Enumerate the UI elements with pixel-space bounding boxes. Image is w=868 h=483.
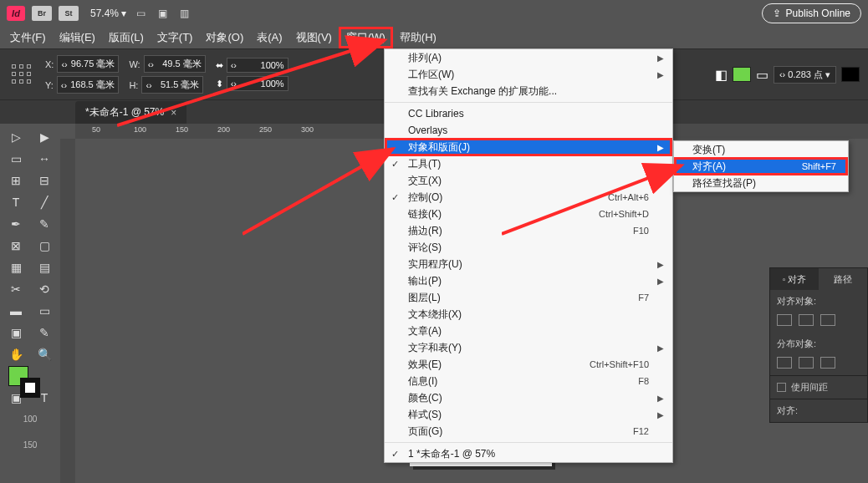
bridge-icon[interactable]: Br [32,6,52,21]
page-tool-icon[interactable]: ▭ [3,149,28,169]
toolbox: ▷ ▶ ▭ ↔ ⊞ ⊟ T ╱ ✒ ✎ ⊠ ▢ ▦ ▤ ✂ ⟲ ▬ ▭ ▣ ✎ … [0,124,60,483]
rectangle-frame-tool-icon[interactable]: ⊠ [3,236,28,256]
stroke-swatch[interactable] [841,67,860,82]
hand-tool-icon[interactable]: ✋ [3,344,28,364]
zoom-tool-icon[interactable]: 🔍 [32,344,57,364]
app-logo-icon: Id [7,6,25,21]
content-placer-icon[interactable]: ⊟ [32,170,57,191]
align-panel-tab-pathfinder[interactable]: 路径 [819,268,867,290]
menuitem-workspace[interactable]: 工作区(W)▶ [385,66,672,83]
align-objects-label: 对齐对象: [770,290,867,313]
free-transform-tool-icon[interactable]: ⟲ [32,279,57,299]
align-to-label: 对齐: [777,404,798,417]
menu-view[interactable]: 视图(V) [289,27,339,48]
menu-edit[interactable]: 编辑(E) [53,27,102,48]
menuitem-links[interactable]: 链接(K)Ctrl+Shift+D [385,206,672,222]
rectangle-tool-icon[interactable]: ▢ [32,236,57,256]
menu-object[interactable]: 对象(O) [199,27,250,48]
w-label: W: [129,59,140,69]
polygon-frame-tool-icon[interactable]: ▦ [3,257,28,277]
y-field[interactable]: ‹›168.5 毫米 [57,76,119,94]
menu-help[interactable]: 帮助(H) [393,27,443,48]
stroke-weight-field[interactable]: ‹› 0.283 点 ▾ [774,66,836,84]
line-tool-icon[interactable]: ╱ [32,192,57,212]
object-layout-submenu: 变换(T) 对齐(A)Shift+F7 路径查找器(P) [673,140,849,192]
eyedropper-tool-icon[interactable]: ✎ [32,323,57,343]
menuitem-utilities[interactable]: 实用程序(U)▶ [385,256,672,272]
fill-stroke-swatch[interactable] [3,366,57,401]
submenu-pathfinder[interactable]: 路径查找器(P) [674,175,848,191]
note-tool-icon[interactable]: ▣ [3,323,28,343]
view-options-icon[interactable]: ▭ [133,6,148,21]
menu-layout[interactable]: 版面(L) [102,27,151,48]
menu-table[interactable]: 表(A) [250,27,288,48]
menuitem-document-1[interactable]: ✓1 *未命名-1 @ 57% [385,445,672,462]
align-right-icon[interactable] [820,314,835,326]
menu-bar: 文件(F) 编辑(E) 版面(L) 文字(T) 对象(O) 表(A) 视图(V)… [0,27,868,48]
menu-window[interactable]: 窗口(W) [339,27,393,48]
scale-x-field[interactable]: ‹›100% [227,58,288,73]
stroke-style-icon[interactable]: ▭ [756,67,768,83]
distribute-top-icon[interactable] [777,357,792,369]
stock-icon[interactable]: St [59,6,79,21]
menuitem-styles[interactable]: 样式(S)▶ [385,406,672,423]
scissors-tool-icon[interactable]: ✂ [3,279,28,299]
reference-point[interactable] [8,63,35,86]
menuitem-color[interactable]: 颜色(C)▶ [385,389,672,406]
publish-online-button[interactable]: ⇪ Publish Online [762,3,861,23]
align-panel-tab-align[interactable]: ◦对齐 [770,268,819,290]
menuitem-effects[interactable]: 效果(E)Ctrl+Shift+F10 [385,356,672,373]
menu-type[interactable]: 文字(T) [151,27,200,48]
pencil-tool-icon[interactable]: ✎ [32,214,57,234]
use-spacing-checkbox[interactable] [777,383,786,392]
screen-mode-icon[interactable]: ▣ [155,6,170,21]
menuitem-exchange[interactable]: 查找有关 Exchange 的扩展功能... [385,83,672,99]
vertical-ruler-labels: 100 150 [3,409,57,430]
ellipse-tool-icon[interactable]: ▤ [32,257,57,277]
distribute-bottom-icon[interactable] [820,357,835,369]
w-field[interactable]: ‹›49.5 毫米 [144,55,206,73]
menuitem-arrange[interactable]: 排列(A)▶ [385,49,672,66]
direct-selection-tool-icon[interactable]: ▶ [32,127,57,147]
menuitem-control[interactable]: ✓控制(O)Ctrl+Alt+6 [385,189,672,206]
align-hcenter-icon[interactable] [799,314,814,326]
zoom-level[interactable]: 57.4% ▾ [90,8,126,19]
scale-y-field[interactable]: ‹›100% [227,76,288,91]
submenu-transform[interactable]: 变换(T) [674,141,848,158]
gap-tool-icon[interactable]: ↔ [32,149,57,169]
submenu-align[interactable]: 对齐(A)Shift+F7 [674,158,848,175]
distribute-objects-label: 分布对象: [770,333,867,355]
menuitem-article[interactable]: 文章(A) [385,323,672,339]
content-collector-icon[interactable]: ⊞ [3,170,28,191]
menuitem-info[interactable]: 信息(I)F8 [385,373,672,389]
menuitem-pages[interactable]: 页面(G)F12 [385,423,672,440]
menu-file[interactable]: 文件(F) [3,27,53,48]
selection-tool-icon[interactable]: ▷ [3,127,28,147]
menuitem-interactive[interactable]: 交互(X)▶ [385,172,672,189]
menuitem-type-and-table[interactable]: 文字和表(Y)▶ [385,339,672,356]
arrange-icon[interactable]: ▥ [176,6,191,21]
document-tab[interactable]: *未命名-1 @ 57% × [75,101,186,124]
type-tool-icon[interactable]: T [3,192,28,212]
menuitem-cc-libraries[interactable]: CC Libraries [385,105,672,122]
menuitem-output[interactable]: 输出(P)▶ [385,272,672,289]
gradient-feather-tool-icon[interactable]: ▭ [32,301,57,321]
menuitem-layers[interactable]: 图层(L)F7 [385,289,672,306]
menuitem-tools[interactable]: ✓工具(T) [385,155,672,172]
align-left-icon[interactable] [777,314,792,326]
pen-tool-icon[interactable]: ✒ [3,214,28,234]
distribute-vcenter-icon[interactable] [799,357,814,369]
use-spacing-label: 使用间距 [791,381,828,394]
h-label: H: [129,80,138,90]
menuitem-overlays[interactable]: Overlays [385,122,672,139]
h-field[interactable]: ‹›51.5 毫米 [141,76,203,94]
close-icon[interactable]: × [171,107,176,119]
fill-proxy-icon[interactable]: ◧ [715,67,728,83]
menuitem-textwrap[interactable]: 文本绕排(X) [385,306,672,323]
fill-swatch[interactable] [733,67,751,82]
menuitem-stroke[interactable]: 描边(R)F10 [385,222,672,239]
menuitem-review[interactable]: 评论(S) [385,239,672,256]
x-field[interactable]: ‹›96.75 毫米 [57,55,119,73]
gradient-swatch-tool-icon[interactable]: ▬ [3,301,28,321]
menuitem-object-layout[interactable]: 对象和版面(J)▶ [385,139,672,155]
